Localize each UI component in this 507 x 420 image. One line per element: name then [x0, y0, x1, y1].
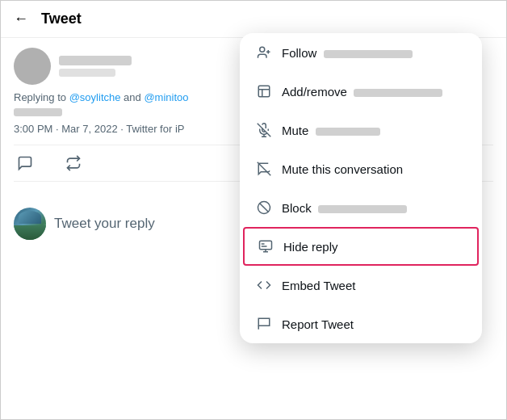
follow-label: Follow — [282, 46, 466, 60]
report-tweet-icon — [256, 316, 272, 332]
svg-rect-12 — [260, 241, 272, 250]
menu-item-hide-reply[interactable]: Hide reply — [243, 227, 479, 266]
svg-point-0 — [260, 47, 265, 52]
hide-reply-label: Hide reply — [283, 240, 464, 254]
reply-placeholder[interactable]: Tweet your reply — [54, 216, 155, 232]
svg-line-11 — [260, 204, 269, 212]
embed-tweet-icon — [256, 277, 272, 293]
menu-item-mute-conversation[interactable]: Mute this conversation — [240, 149, 482, 188]
reply-to-user2[interactable]: @minitoo — [144, 91, 188, 103]
dropdown-menu: Follow Add/remove — [240, 33, 482, 343]
menu-item-block[interactable]: Block — [240, 188, 482, 227]
menu-item-add-remove[interactable]: Add/remove — [240, 72, 482, 111]
author-name — [59, 56, 132, 65]
hide-reply-icon — [258, 238, 274, 254]
mute-conversation-label: Mute this conversation — [282, 162, 466, 176]
author-info — [59, 56, 132, 77]
menu-item-embed-tweet[interactable]: Embed Tweet — [240, 266, 482, 304]
follow-icon — [256, 44, 272, 61]
tweet-page: ← Tweet Replying to @soylitche and @mini… — [0, 0, 507, 420]
block-icon — [256, 200, 272, 216]
back-button[interactable]: ← — [14, 10, 28, 27]
menu-item-mute[interactable]: Mute — [240, 111, 482, 149]
tweet-text — [14, 108, 62, 116]
page-title: Tweet — [41, 10, 82, 27]
author-handle — [59, 69, 115, 77]
menu-item-report-tweet[interactable]: Report Tweet — [240, 304, 482, 343]
comment-button[interactable] — [14, 152, 36, 174]
avatar — [14, 48, 51, 85]
mute-icon — [256, 122, 272, 138]
retweet-button[interactable] — [62, 152, 85, 174]
menu-item-follow[interactable]: Follow — [240, 33, 482, 72]
report-tweet-label: Report Tweet — [282, 317, 466, 331]
svg-rect-3 — [258, 86, 270, 97]
add-remove-label: Add/remove — [282, 85, 466, 99]
reply-avatar — [14, 208, 46, 240]
add-remove-icon — [256, 83, 272, 99]
mute-conversation-icon — [256, 161, 272, 177]
embed-tweet-label: Embed Tweet — [282, 279, 466, 292]
reply-to-user1[interactable]: @soylitche — [69, 91, 121, 103]
mute-label: Mute — [282, 124, 466, 137]
block-label: Block — [282, 201, 466, 215]
